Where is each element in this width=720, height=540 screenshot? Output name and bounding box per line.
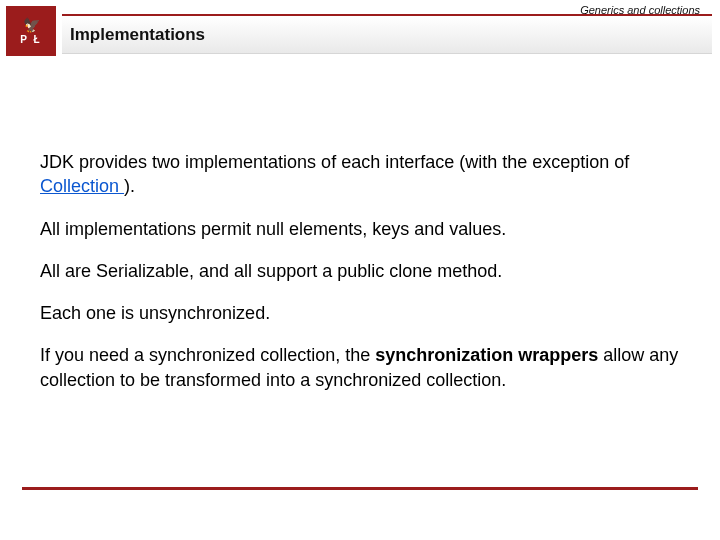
- title-bar: Implementations: [62, 16, 712, 54]
- p5-text-pre: If you need a synchronized collection, t…: [40, 345, 375, 365]
- paragraph-5: If you need a synchronized collection, t…: [40, 343, 680, 392]
- collection-link[interactable]: Collection: [40, 176, 124, 196]
- paragraph-3: All are Serializable, and all support a …: [40, 259, 680, 283]
- paragraph-1: JDK provides two implementations of each…: [40, 150, 680, 199]
- slide-topic: Generics and collections: [580, 4, 700, 16]
- p5-bold: synchronization wrappers: [375, 345, 598, 365]
- paragraph-4: Each one is unsynchronized.: [40, 301, 680, 325]
- paragraph-2: All implementations permit null elements…: [40, 217, 680, 241]
- slide-root: 🦅 P Ł Generics and collections Implement…: [0, 0, 720, 540]
- p1-text-pre: JDK provides two implementations of each…: [40, 152, 629, 172]
- slide-header: 🦅 P Ł Generics and collections Implement…: [0, 0, 720, 60]
- footer-rule: [22, 487, 698, 490]
- logo-letters: P Ł: [20, 34, 41, 45]
- eagle-icon: 🦅: [23, 18, 40, 32]
- p1-text-post: ).: [124, 176, 135, 196]
- slide-title: Implementations: [70, 25, 205, 45]
- slide-body: JDK provides two implementations of each…: [0, 60, 720, 392]
- university-logo: 🦅 P Ł: [6, 6, 56, 56]
